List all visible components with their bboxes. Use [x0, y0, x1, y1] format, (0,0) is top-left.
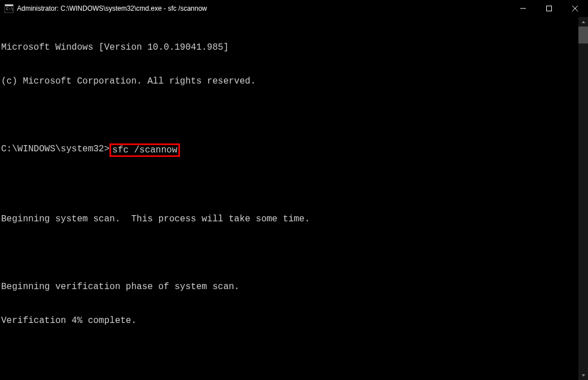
window-title: Administrator: C:\WINDOWS\system32\cmd.e… [17, 5, 510, 12]
svg-marker-8 [582, 374, 585, 377]
minimize-button[interactable] [510, 0, 536, 17]
output-line: Beginning system scan. This process will… [1, 213, 578, 225]
svg-text:C:\: C:\ [6, 7, 14, 11]
command-highlight: sfc /scannow [109, 143, 180, 157]
cmd-window: C:\ Administrator: C:\WINDOWS\system32\c… [0, 0, 588, 380]
scroll-down-button[interactable] [578, 370, 588, 380]
scroll-track[interactable] [578, 27, 588, 370]
vertical-scrollbar[interactable] [578, 17, 588, 380]
output-line: Microsoft Windows [Version 10.0.19041.98… [1, 42, 578, 53]
window-controls [510, 0, 588, 17]
svg-marker-7 [582, 21, 585, 23]
content-area: Microsoft Windows [Version 10.0.19041.98… [0, 17, 588, 380]
prompt-line: C:\WINDOWS\system32>sfc /scannow [1, 143, 578, 157]
maximize-button[interactable] [536, 0, 562, 17]
terminal-output[interactable]: Microsoft Windows [Version 10.0.19041.98… [0, 17, 578, 380]
close-button[interactable] [562, 0, 588, 17]
titlebar[interactable]: C:\ Administrator: C:\WINDOWS\system32\c… [0, 0, 588, 17]
output-line: (c) Microsoft Corporation. All rights re… [1, 76, 578, 87]
output-blank [1, 247, 578, 259]
prompt-text: C:\WINDOWS\system32> [1, 143, 109, 155]
svg-rect-4 [547, 6, 552, 11]
output-line: Beginning verification phase of system s… [1, 281, 578, 292]
output-line: Verification 4% complete. [1, 315, 578, 326]
scroll-thumb[interactable] [578, 27, 588, 43]
output-blank [1, 110, 578, 121]
scroll-up-button[interactable] [578, 17, 588, 27]
svg-rect-1 [5, 5, 13, 6]
cmd-icon: C:\ [5, 4, 14, 13]
output-blank [1, 180, 578, 191]
